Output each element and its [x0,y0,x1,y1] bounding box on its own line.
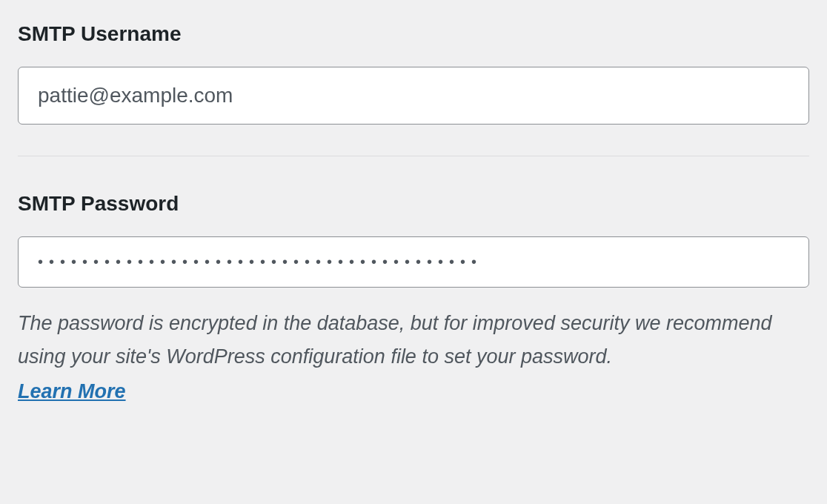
smtp-password-label: SMTP Password [18,192,809,216]
smtp-username-label: SMTP Username [18,22,809,46]
smtp-password-description: The password is encrypted in the databas… [18,307,809,373]
smtp-settings-form: SMTP Username SMTP Password The password… [0,0,827,418]
smtp-username-input[interactable] [18,67,809,125]
smtp-password-group: SMTP Password The password is encrypted … [18,156,809,403]
learn-more-link[interactable]: Learn More [18,380,126,403]
smtp-username-group: SMTP Username [18,22,809,125]
smtp-password-input[interactable] [18,236,809,288]
